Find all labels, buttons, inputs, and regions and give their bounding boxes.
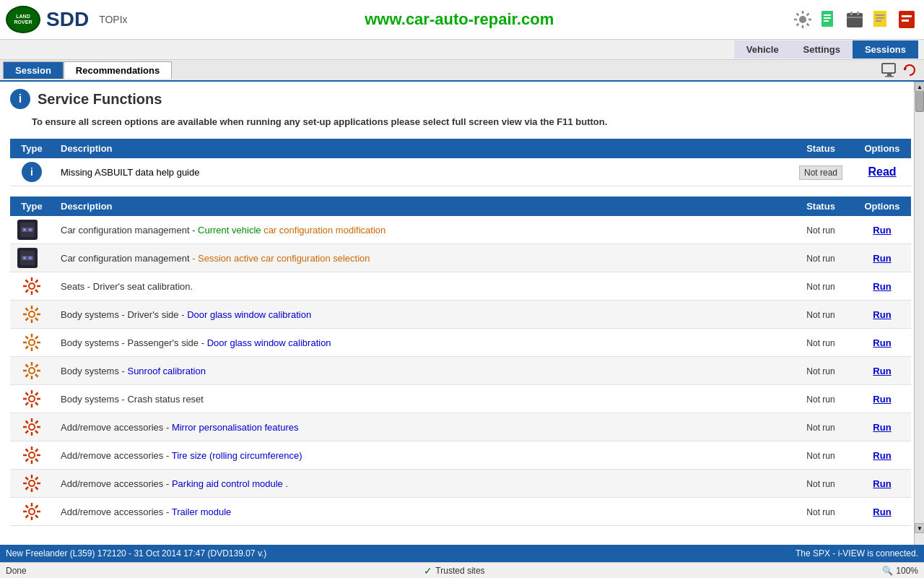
gear-orange-icon-6 (17, 361, 46, 381)
r2-description: Car configuration management - Session a… (53, 244, 788, 272)
run-link-8[interactable]: Run (873, 422, 891, 433)
tab-recommendations[interactable]: Recommendations (64, 61, 172, 79)
run-link-9[interactable]: Run (873, 450, 891, 461)
svg-rect-7 (850, 12, 853, 15)
table-info: Type Description Status Options i Missin… (10, 139, 911, 186)
r7-description: Body systems - Crash status reset (53, 385, 788, 413)
r8-option[interactable]: Run (853, 413, 911, 441)
document-icon[interactable] (817, 8, 840, 31)
r4-option[interactable]: Run (853, 301, 911, 329)
table-row: Body systems - Driver's side - Door glas… (10, 301, 911, 329)
gear-orange-icon-4 (17, 304, 46, 324)
page-title: Service Functions (38, 91, 162, 108)
svg-point-23 (29, 228, 32, 231)
svg-point-31 (30, 312, 34, 316)
r6-option[interactable]: Run (853, 357, 911, 385)
calendar-icon[interactable] (843, 8, 866, 31)
run-link-11[interactable]: Run (873, 506, 891, 517)
col-options-1: Options (853, 139, 911, 158)
bottom-bar: Done ✓ Trusted sites 🔍 100% (0, 562, 924, 578)
status-left-text: New Freelander (L359) 172120 - 31 Oct 20… (6, 548, 796, 558)
run-link-4[interactable]: Run (873, 309, 891, 320)
run-link-6[interactable]: Run (873, 366, 891, 376)
config-icon (17, 220, 38, 240)
nav-vehicle[interactable]: Vehicle (734, 40, 791, 59)
col-type-1: Type (10, 139, 53, 158)
svg-point-0 (799, 16, 806, 23)
gear-red-icon-9 (17, 445, 46, 465)
r9-option[interactable]: Run (853, 441, 911, 470)
table-row: Add/remove accessories - Tire size (roll… (10, 441, 911, 470)
r1-option[interactable]: Run (853, 216, 911, 244)
r10-status: Not run (788, 470, 853, 498)
svg-point-37 (30, 397, 34, 401)
run-link-1[interactable]: Run (873, 225, 891, 236)
svg-rect-6 (847, 17, 863, 18)
settings-icon[interactable] (791, 8, 814, 31)
r11-description: Add/remove accessories - Trailer module (53, 498, 788, 526)
refresh-icon[interactable] (901, 61, 918, 79)
exit-icon[interactable] (895, 8, 918, 31)
run-link-3[interactable]: Run (873, 281, 891, 292)
nav-settings[interactable]: Settings (791, 40, 853, 59)
svg-point-29 (30, 284, 34, 288)
r2-option[interactable]: Run (853, 244, 911, 272)
svg-rect-18 (885, 76, 894, 77)
run-link-2[interactable]: Run (873, 253, 891, 264)
land-rover-logo: LANDROVER (6, 6, 40, 33)
r11-option[interactable]: Run (853, 498, 911, 526)
r5-description: Body systems - Passenger's side - Door g… (53, 329, 788, 357)
table-functions: Type Description Status Options (10, 197, 911, 526)
gear-red-icon-8 (17, 417, 46, 437)
scrollbar-down[interactable]: ▼ (915, 523, 924, 533)
svg-point-45 (30, 509, 34, 514)
r10-type (10, 470, 53, 498)
sdd-logo: SDD (46, 8, 89, 31)
scrollbar[interactable]: ▼ ▲ (914, 82, 924, 545)
run-link-7[interactable]: Run (873, 394, 891, 405)
table-row: Add/remove accessories - Trailer module … (10, 498, 911, 526)
r2-status: Not run (788, 244, 853, 272)
gear-red-icon-10 (17, 473, 46, 493)
run-link-10[interactable]: Run (873, 478, 891, 489)
col-type-2: Type (10, 197, 53, 216)
not-run-11: Not run (806, 507, 834, 517)
tab-session[interactable]: Session (3, 61, 64, 79)
read-link[interactable]: Read (868, 165, 896, 178)
nav-sessions[interactable]: Sessions (853, 40, 918, 59)
svg-rect-15 (902, 20, 909, 22)
table-row: Add/remove accessories - Parking aid con… (10, 470, 911, 498)
r7-type (10, 385, 53, 413)
svg-rect-2 (824, 14, 831, 16)
r10-option[interactable]: Run (853, 470, 911, 498)
page-info-icon: i (10, 89, 30, 109)
svg-rect-17 (887, 74, 892, 76)
r3-option[interactable]: Run (853, 272, 911, 301)
header-url: www.car-auto-repair.com (128, 10, 791, 29)
run-link-5[interactable]: Run (873, 337, 891, 348)
tab-icons (881, 61, 924, 79)
svg-point-35 (30, 368, 34, 373)
r11-status: Not run (788, 498, 853, 526)
topix-label: TOPIx (99, 14, 127, 25)
header: LANDROVER SDD TOPIx www.car-auto-repair.… (0, 0, 924, 40)
not-run-10: Not run (806, 479, 834, 489)
row1-description: Missing ASBUILT data help guide (53, 158, 788, 186)
note-icon[interactable] (869, 8, 892, 31)
scrollbar-up[interactable]: ▲ (915, 82, 924, 92)
r7-option[interactable]: Run (853, 385, 911, 413)
svg-rect-5 (847, 13, 863, 27)
table-row: Car configuration management - Current v… (10, 216, 911, 244)
status-right-text: The SPX - i-VIEW is connected. (796, 548, 918, 558)
svg-point-43 (30, 481, 34, 486)
row1-option[interactable]: Read (853, 158, 911, 186)
status-bar: New Freelander (L359) 172120 - 31 Oct 20… (0, 545, 924, 562)
trusted-sites-label: Trusted sites (435, 566, 484, 576)
r5-option[interactable]: Run (853, 329, 911, 357)
not-run-2: Not run (806, 254, 834, 264)
monitor-icon[interactable] (881, 61, 898, 79)
r1-type (10, 216, 53, 244)
r1-description: Car configuration management - Current v… (53, 216, 788, 244)
r4-status: Not run (788, 301, 853, 329)
page-title-area: i Service Functions (10, 89, 911, 109)
